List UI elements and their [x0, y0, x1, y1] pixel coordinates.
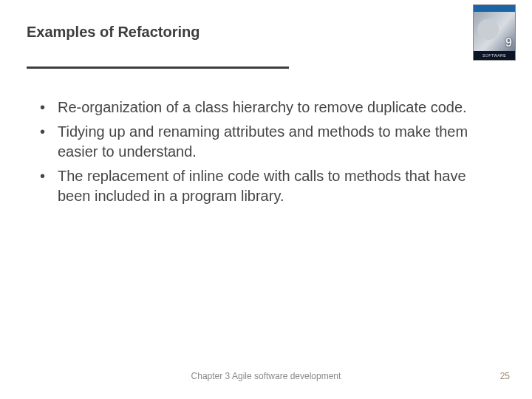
bullet-list: Re-organization of a class hierarchy to …	[35, 98, 488, 206]
slide: Examples of Refactoring 9 SOFTWARE ENGIN…	[0, 0, 532, 399]
cover-label: SOFTWARE ENGINEERING	[474, 51, 515, 60]
footer-page-number: 25	[500, 371, 510, 381]
cover-top-band	[474, 5, 515, 12]
footer-chapter: Chapter 3 Agile software development	[0, 371, 532, 381]
slide-title: Examples of Refactoring	[27, 24, 200, 41]
book-cover-thumbnail: 9 SOFTWARE ENGINEERING	[473, 4, 516, 61]
list-item: The replacement of inline code with call…	[35, 166, 488, 206]
content-area: Re-organization of a class hierarchy to …	[35, 98, 488, 211]
list-item: Tidying up and renaming attributes and m…	[35, 122, 488, 162]
title-divider	[27, 66, 289, 69]
list-item: Re-organization of a class hierarchy to …	[35, 98, 488, 117]
cover-edition-number: 9	[505, 36, 512, 50]
